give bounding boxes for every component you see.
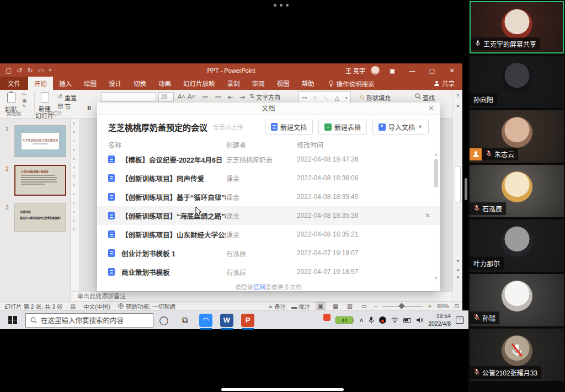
task-view-icon[interactable]: ⧉ [174,315,195,325]
minimize-button[interactable]: — [405,67,419,74]
document-name[interactable]: 【创新训练项目】“海底丝绸之路”构想及实现路径 [121,211,226,221]
share-button[interactable]: 共享 [426,77,462,90]
participant-tile[interactable]: 叶力那尔 [470,219,564,272]
scroll-up-icon[interactable]: ▲ [453,103,463,108]
tray-battery-icon[interactable] [403,318,411,323]
document-name[interactable]: 【模板】会议纪要-2022年4月6日 [121,154,226,165]
fit-to-window-icon[interactable]: ⊡ [454,303,459,309]
document-name[interactable]: 【创新训练项目】基于“循环自律”模式视角下对提升大学... [121,192,226,202]
volume-icon[interactable] [416,317,423,323]
meeting-app-icon[interactable]: ◠ [199,314,212,327]
table-row[interactable]: 【创新训练项目】基于“循环自律”模式视角下对提升大学...课余2022-04-0… [97,187,440,206]
notes-placeholder[interactable]: 单击此处添加备注 [71,291,452,301]
ribbon-tab[interactable]: 幻灯片放映 [177,77,221,90]
scroll-down-icon[interactable]: ▼ [453,259,463,264]
normal-view-button[interactable]: ▣ [316,302,326,310]
participant-tile[interactable]: 朱志云 [470,110,564,163]
slide-thumbnail-2-selected[interactable]: 大学生创新训练计划指南 [14,165,66,196]
table-row[interactable]: 【创新训练项目】“海底丝绸之路”构想及实现路径课余2022-04-08 18:3… [97,206,440,225]
ribbon-tab[interactable]: 文件 [0,77,28,90]
start-button[interactable] [0,316,25,325]
tray-mic-icon[interactable] [369,316,374,324]
ribbon-tab[interactable]: 视图 [271,77,296,90]
language-indicator[interactable]: 中文(中国) [83,302,110,310]
slide-thumbnail-1[interactable]: 大学生创新训练计划实践指南 [14,125,66,157]
tell-me-search[interactable]: 操作说明搜索 [328,79,375,90]
ribbon-tab[interactable]: 插入 [53,77,78,90]
shrink-font-icon[interactable]: A˅ [188,93,195,100]
collapse-ribbon-icon[interactable]: ∧ [453,92,463,98]
format-painter-icon[interactable]: ✎ [22,104,27,109]
official-site-link[interactable]: 官网 [253,284,265,291]
ribbon-tab[interactable]: 录制 [221,77,246,90]
zoom-level[interactable]: 60% [437,303,449,309]
next-slide-icon[interactable]: ▼ [453,275,463,280]
tray-expand-icon[interactable]: ∧ [359,316,364,324]
account-name[interactable]: 王 克宇 [345,66,365,75]
font-name-box[interactable] [101,92,156,102]
zoom-out-icon[interactable]: − [374,303,377,309]
shape-fill-label[interactable]: 形状填充 [366,93,391,102]
battery-widget[interactable]: 44 [335,316,354,324]
participant-tile[interactable]: 孙向阳 [470,56,564,108]
taskbar-search-input[interactable]: 在这里输入你要搜索的内容 [25,313,153,327]
meeting-toolbar-handle-icon[interactable] [274,4,289,7]
maximize-button[interactable]: ▢ [425,67,439,74]
new-doc-button[interactable]: 新建文档 [265,120,313,135]
qq-icon[interactable] [379,316,386,324]
quick-access-caret-icon[interactable]: ▾ [49,68,51,73]
import-doc-button[interactable]: 导入文档▼ [372,120,429,135]
ribbon-tab[interactable]: 切换 [127,77,152,90]
paragraph-icons[interactable]: ≔ ≕ ⇤ ⇥ [202,93,247,101]
ribbon-display-icon[interactable]: ▣ [385,67,399,74]
dialog-scrollbar[interactable]: ▲ ▼ [434,152,439,280]
cortana-icon[interactable]: ◯ [153,315,174,325]
reset-label[interactable]: 重置 [65,93,77,102]
document-name[interactable]: 商业策划书模板 [121,267,226,277]
ribbon-tab[interactable]: 开始 [28,77,53,90]
spellcheck-icon[interactable]: ▤ [71,303,76,309]
table-row[interactable]: 创业计划书模板 1石泓辰2022-04-07 19:19:07 [97,244,440,262]
section-label[interactable]: 节 [65,102,71,111]
participant-tile[interactable]: 石泓辰 [470,165,564,217]
new-slide-icon[interactable] [41,92,49,103]
account-avatar[interactable] [371,66,380,75]
redo-icon[interactable]: ↻ [27,67,33,74]
slide-sorter-view-button[interactable]: ▦ [331,303,340,309]
accessibility-status[interactable]: 辅助功能: 一切就绪 [126,302,175,310]
cut-icon[interactable]: ✂ [22,92,27,97]
text-direction-label[interactable]: 文字方向 [256,93,280,101]
participant-tile[interactable]: 孙瑞 [470,274,564,326]
action-center-icon[interactable] [456,316,464,324]
start-slideshow-icon[interactable]: ▭ [38,67,44,74]
grow-font-icon[interactable]: A˄ [178,93,185,100]
ribbon-tab[interactable]: 绘图 [78,77,103,90]
word-app-icon[interactable]: W [220,314,233,327]
dialog-close-icon[interactable]: ✕ [428,103,434,115]
slide-thumbnail-3[interactable]: 实践训练 想出什么样的创想才是优秀的项目呢? [14,203,66,232]
zoom-in-icon[interactable]: + [428,303,431,309]
clock[interactable]: 19:542022/4/8 [428,313,451,327]
document-name[interactable]: 创业计划书模板 1 [121,248,226,259]
paste-icon[interactable] [7,93,15,103]
ribbon-tab[interactable]: 审阅 [246,77,271,90]
participant-tile[interactable]: 公管2102张耀月33 [470,329,564,381]
comments-button[interactable]: ▬ 批注 [291,302,310,310]
table-row[interactable]: 【创新训练项目】同声传爱课余2022-04-08 18:36:06 [97,169,440,187]
undo-icon[interactable]: ↺ [17,67,22,74]
reading-view-button[interactable]: ▥ [345,303,354,309]
previous-slide-icon[interactable]: ▲ [453,267,463,272]
close-button[interactable]: ✕ [445,67,459,74]
slideshow-button[interactable]: ▭ [360,303,369,309]
ribbon-tab[interactable]: 帮助 [296,77,321,90]
copy-icon[interactable]: ▣ [22,98,27,103]
tray-app-icon[interactable] [323,314,331,321]
participant-tile[interactable]: 王克宇的屏幕共享 [470,1,564,53]
ribbon-tab[interactable]: 动画 [152,77,177,90]
bold-button[interactable]: B [87,104,91,111]
find-label[interactable]: 查找 [423,93,435,102]
remove-document-icon[interactable]: ✕ [421,212,434,219]
font-size-box[interactable]: 28 [158,92,174,102]
wifi-icon[interactable] [391,317,398,323]
document-name[interactable]: 【创新训练项目】同声传爱 [121,173,226,184]
